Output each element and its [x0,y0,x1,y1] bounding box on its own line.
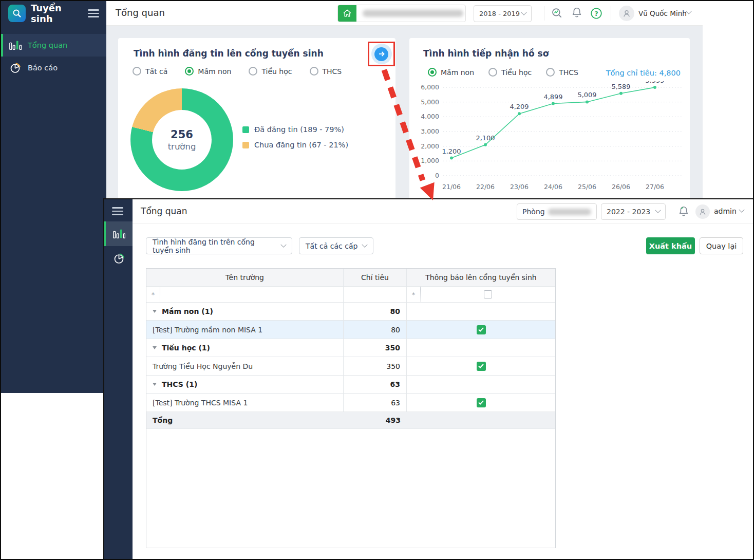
chevron-down-icon[interactable] [739,207,744,213]
notification-bell-icon[interactable] [677,205,690,220]
sidebar-item-bao-cao[interactable]: Báo cáo [1,57,106,79]
svg-text:4,000: 4,000 [421,113,439,120]
screenshot-canvas: Tuyển sinh Tổng quan Báo cáo Tổng quan [0,0,754,560]
foreground-window: Tổng quan Phòng 2022 - 2023 admin Tình h… [103,198,754,560]
table-row-group: THCS (1)63 [146,376,555,394]
sidebar-toggle-icon[interactable] [88,9,99,17]
svg-text:25/06: 25/06 [578,183,596,191]
collapse-triangle-icon[interactable] [153,383,157,386]
name-filter-input[interactable] [160,287,343,302]
school-year-select[interactable]: 2018 - 2019 [474,5,532,22]
select-all-checkbox[interactable] [484,290,492,298]
pie-chart-icon [9,62,22,74]
donut-legend: Đã đăng tin (189 - 79%)Chưa đăng tin (67… [242,125,348,156]
radio-Mầm non[interactable]: Mầm non [185,67,231,76]
legend-label: Chưa đăng tin (67 - 21%) [254,141,348,149]
published-checkbox[interactable] [477,362,486,371]
export-button[interactable]: Xuất khẩu [646,237,695,254]
schools-table: Tên trường Chỉ tiêu Thông báo lên cổng t… [146,268,556,548]
sidebar-item-tong-quan[interactable]: Tổng quan [1,34,106,57]
pie-chart-icon [113,252,125,265]
radio-THCS[interactable]: THCS [310,67,342,76]
unit-selector[interactable] [337,5,466,22]
legend-item: Chưa đăng tin (67 - 21%) [242,141,348,149]
quota-cell: 63 [344,394,407,412]
sidebar-item-report[interactable] [104,246,133,271]
radio-Tất cả[interactable]: Tất cả [133,67,167,76]
svg-text:22/06: 22/06 [476,183,495,191]
foreground-header: Tổng quan Phòng 2022 - 2023 admin [133,199,753,224]
avatar[interactable] [619,6,634,21]
user-name[interactable]: Vũ Quốc Minh [638,9,687,17]
published-checkbox[interactable] [477,398,486,407]
school-name: [Test] Trường THCS MISA 1 [153,399,248,407]
svg-text:21/06: 21/06 [442,183,461,191]
svg-text:6,000: 6,000 [421,83,439,91]
unit-name-blurred [356,5,466,22]
table-body: Mầm non (1)80[Test] Trường mầm non MISA … [146,303,555,429]
arrow-right-icon [378,50,385,58]
unit-selector[interactable]: Phòng [517,203,597,220]
check-icon [478,327,484,332]
divider [544,6,544,21]
svg-text:2,000: 2,000 [421,142,439,150]
group-name: THCS (1) [162,380,197,388]
column-header[interactable]: Chỉ tiêu [344,269,407,286]
table-header-row: Tên trường Chỉ tiêu Thông báo lên cổng t… [146,269,555,287]
radio-dot-icon [249,67,257,76]
radio-THCS[interactable]: THCS [546,68,578,77]
table-row-group: Mầm non (1)80 [146,303,555,321]
donut-center-label: trường [168,142,196,152]
search-report-icon[interactable] [551,7,564,22]
collapsed-sidebar [104,199,133,559]
help-icon[interactable]: ? [590,7,603,22]
total-label: Tổng [153,416,173,424]
column-header[interactable]: Tên trường [146,269,344,286]
sidebar-toggle-icon[interactable] [104,199,133,215]
svg-text:5,589: 5,589 [611,83,630,90]
quota-cell: 80 [344,321,407,339]
group-name: Tiểu học (1) [162,344,210,352]
table-row-data[interactable]: Trường Tiểu Học Nguyễn Du350 [146,357,555,376]
radio-Tiểu học[interactable]: Tiểu học [488,68,532,77]
svg-text:4,899: 4,899 [543,93,562,101]
radio-dot-icon [133,67,141,76]
radio-Tiểu học[interactable]: Tiểu học [249,67,292,76]
svg-text:1,200: 1,200 [442,147,461,155]
legend-swatch [242,126,249,133]
user-name[interactable]: admin [714,207,737,215]
chevron-down-icon [280,241,286,247]
quota-cell: 350 [344,339,407,357]
collapse-triangle-icon[interactable] [153,346,157,349]
radio-dot-icon [488,68,497,77]
radio-label: Mầm non [441,68,474,77]
legend-label: Đã đăng tin (189 - 79%) [254,125,344,134]
radio-Mầm non[interactable]: Mầm non [428,68,474,77]
table-row-data[interactable]: [Test] Trường mầm non MISA 180 [146,321,555,339]
magnifier-icon [11,8,23,19]
table-row-data[interactable]: [Test] Trường THCS MISA 163 [146,394,555,412]
table-row-footer: Tổng493 [146,412,555,429]
published-checkbox[interactable] [477,325,486,334]
intake-radio-group: Mầm nonTiểu họcTHCS [428,68,578,77]
unit-name-blurred [548,209,591,215]
level-select[interactable]: Tất cả các cấp [299,237,373,254]
card-title: Tình hình đăng tin lên cổng tuyển sinh [134,48,324,59]
card-title: Tình hình tiếp nhận hồ sơ [423,48,549,59]
avatar[interactable] [695,204,710,219]
collapse-triangle-icon[interactable] [153,310,157,313]
radio-label: Tất cả [145,67,167,76]
school-year-select[interactable]: 2022 - 2023 [601,203,666,220]
radio-label: THCS [559,68,578,77]
radio-label: Tiểu học [261,67,292,76]
expand-arrow-button[interactable] [374,47,388,61]
report-type-select[interactable]: Tình hình đăng tin trên cổng tuyển sinh [146,237,292,254]
divider [611,6,611,21]
radio-dot-icon [428,68,437,77]
background-header: Tổng quan 2018 - 2019 [106,1,703,26]
sidebar-item-overview[interactable] [104,221,133,246]
app-logo [8,5,26,22]
legend-swatch [242,142,249,148]
back-button[interactable]: Quay lại [700,237,743,254]
column-header[interactable]: Thông báo lên cổng tuyển sinh [407,269,555,286]
